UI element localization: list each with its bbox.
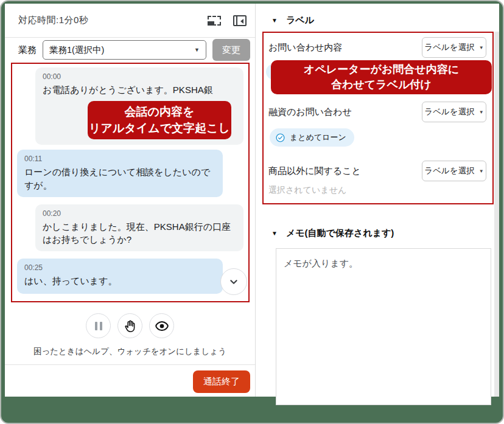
transcript-area: 00:00 お電話ありがとうございます。PKSHA銀 会話の内容を リアルタイム… bbox=[11, 63, 250, 302]
pause-icon bbox=[95, 322, 102, 330]
labels-memo-panel: ▼ ラベル お問い合わせ内容 ラベルを選択 ▼ オペレーターがお問合せ内容に 合… bbox=[256, 4, 502, 397]
label-select-dropdown[interactable]: ラベルを選択 ▼ bbox=[422, 37, 486, 58]
labels-section-title: ラベル bbox=[286, 15, 314, 26]
label-group-row: 商品以外に関すること ラベルを選択 ▼ bbox=[268, 159, 486, 183]
business-row: 業務 業務1(選択中) ▼ 変更 bbox=[5, 38, 255, 61]
end-call-button[interactable]: 通話終了 bbox=[193, 370, 250, 393]
message-text: ローンの借り換えについて相談をしたいのですが。 bbox=[24, 165, 215, 192]
business-select-value: 業務1(選択中) bbox=[49, 44, 104, 56]
labeling-annotation-banner: オペレーターがお問合せ内容に 合わせてラベル付け bbox=[271, 60, 492, 94]
scroll-to-bottom-button[interactable] bbox=[220, 268, 247, 295]
label-group-row: 融資のお問い合わせ ラベルを選択 ▼ bbox=[268, 100, 486, 124]
chevron-down-icon bbox=[227, 275, 240, 288]
end-call-row: 通話終了 bbox=[5, 364, 255, 393]
message-timestamp: 00:00 bbox=[43, 72, 236, 81]
message-text: かしこまりました。現在、PKSHA銀行の口座はお持ちでしょうか? bbox=[43, 220, 236, 247]
raise-hand-button[interactable] bbox=[117, 313, 142, 338]
collapse-panel-icon[interactable] bbox=[233, 15, 247, 26]
transcript-message: 00:25 はい、持っています。 bbox=[17, 259, 223, 294]
chevron-down-icon: ▼ bbox=[194, 47, 200, 53]
memo-section-title: メモ(自動で保存されます) bbox=[286, 228, 394, 239]
no-selection-text: 選択されていません bbox=[268, 185, 486, 196]
call-header: 対応時間:1分0秒 bbox=[5, 4, 255, 38]
pause-button[interactable] bbox=[86, 313, 111, 338]
help-hint-text: 困ったときはヘルプ、ウォッチをオンにしましょう bbox=[5, 346, 255, 357]
labels-box: お問い合わせ内容 ラベルを選択 ▼ オペレーターがお問合せ内容に 合わせてラベル… bbox=[262, 32, 494, 204]
transcription-annotation-banner: 会話の内容を リアルタイムで文字起こし bbox=[88, 101, 231, 139]
eye-icon bbox=[154, 318, 170, 334]
header-icons bbox=[208, 15, 247, 26]
memo-section-header[interactable]: ▼ メモ(自動で保存されます) bbox=[256, 217, 502, 239]
scrollbar[interactable] bbox=[494, 32, 499, 397]
chevron-down-icon: ▼ bbox=[479, 45, 484, 50]
label-group-name: 商品以外に関すること bbox=[268, 165, 361, 177]
business-label: 業務 bbox=[18, 44, 37, 56]
app-window: 対応時間:1分0秒 業務 業務1(選択中) ▼ 変更 00:00 お電話ありがと… bbox=[0, 0, 504, 424]
message-timestamp: 00:11 bbox=[24, 155, 215, 163]
transcript-message: 00:11 ローンの借り換えについて相談をしたいのですが。 bbox=[17, 150, 223, 197]
message-timestamp: 00:20 bbox=[43, 209, 236, 218]
label-chip-text: まとめてローン bbox=[290, 132, 346, 143]
selected-labels-row: まとめてローン bbox=[270, 128, 486, 147]
message-text: お電話ありがとうございます。PKSHA銀 bbox=[43, 83, 236, 97]
label-annotation-wrap: オペレーターがお問合せ内容に 合わせてラベル付け bbox=[268, 60, 486, 96]
app-surface: 対応時間:1分0秒 業務 業務1(選択中) ▼ 変更 00:00 お電話ありがと… bbox=[5, 4, 499, 397]
chevron-down-icon: ▼ bbox=[479, 169, 484, 174]
message-timestamp: 00:25 bbox=[24, 263, 215, 272]
label-group-name: お問い合わせ内容 bbox=[268, 42, 342, 54]
call-timer: 対応時間:1分0秒 bbox=[18, 15, 88, 26]
chevron-down-icon: ▼ bbox=[479, 109, 484, 115]
watch-button[interactable] bbox=[149, 313, 174, 338]
check-circle-icon bbox=[275, 133, 285, 143]
label-select-dropdown[interactable]: ラベルを選択 ▼ bbox=[422, 161, 486, 181]
triangle-down-icon: ▼ bbox=[271, 17, 278, 24]
region-capture-icon[interactable] bbox=[208, 16, 221, 26]
label-select-dropdown[interactable]: ラベルを選択 ▼ bbox=[422, 102, 486, 122]
business-select[interactable]: 業務1(選択中) ▼ bbox=[43, 40, 206, 60]
triangle-down-icon: ▼ bbox=[271, 230, 278, 237]
raise-hand-icon bbox=[123, 319, 138, 333]
memo-textarea[interactable]: メモが入ります。 bbox=[276, 248, 491, 405]
label-chip[interactable]: まとめてローン bbox=[270, 128, 354, 147]
labels-section-header[interactable]: ▼ ラベル bbox=[256, 4, 502, 26]
call-controls bbox=[5, 313, 255, 338]
call-panel: 対応時間:1分0秒 業務 業務1(選択中) ▼ 変更 00:00 お電話ありがと… bbox=[5, 4, 256, 397]
message-text: はい、持っています。 bbox=[24, 274, 215, 288]
label-group-name: 融資のお問い合わせ bbox=[268, 106, 352, 118]
label-group-row: お問い合わせ内容 ラベルを選択 ▼ bbox=[268, 35, 486, 60]
change-business-button[interactable]: 変更 bbox=[212, 39, 250, 61]
transcript-message: 00:20 かしこまりました。現在、PKSHA銀行の口座はお持ちでしょうか? bbox=[35, 204, 243, 252]
